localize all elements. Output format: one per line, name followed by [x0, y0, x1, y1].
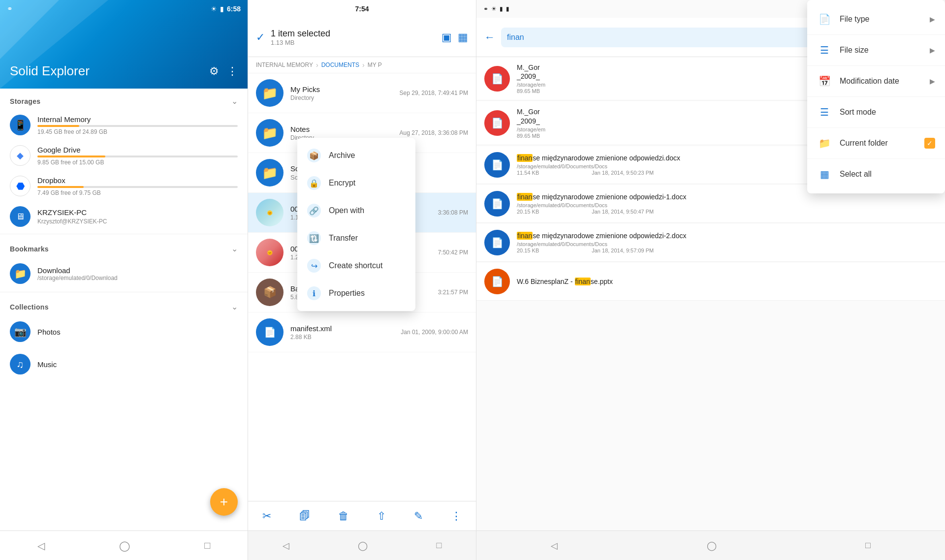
back-nav-btn-3[interactable]: ◁ — [546, 535, 563, 556]
dropbox-info: Dropbox 7.49 GB free of 9.75 GB — [37, 176, 238, 196]
storage-item-dropbox[interactable]: ⬣ Dropbox 7.49 GB free of 9.75 GB — [0, 171, 248, 201]
signal-icon-3: ▮ — [500, 5, 503, 12]
back-nav-btn[interactable]: ◁ — [32, 535, 50, 557]
ctx-encrypt-label: Encrypt — [329, 179, 355, 187]
result-pptx[interactable]: 📄 W.6 BiznesplanZ - finanse.pptx — [476, 263, 945, 301]
pptx-name: W.6 BiznesplanZ - finanse.pptx — [517, 277, 937, 286]
img-0002-icon: 🌞 — [256, 239, 284, 266]
mypicks-date: Sep 29, 2018, 7:49:41 PM — [400, 90, 468, 96]
toolbar-icons: ▣ ▦ — [441, 31, 468, 44]
sort-filter-dropdown: 📄 File type ▶ ☰ File size ▶ 📅 Modificati… — [807, 0, 945, 193]
lock-icon: 🔒 — [307, 176, 321, 190]
status-time-panel1: 6:58 — [227, 5, 241, 13]
bluetooth-icon-3: ⚭ — [483, 5, 488, 12]
pc-icon: 🖥 — [10, 206, 31, 227]
ctx-properties[interactable]: ℹ Properties — [297, 280, 415, 307]
edit-icon[interactable]: ✎ — [414, 510, 423, 523]
mypicks-type: Directory — [290, 94, 400, 101]
manifest-name: manifest.xml — [290, 324, 401, 333]
doc-2-info: finanse międzynarodowe zmienione odpowie… — [517, 192, 937, 215]
select-icon[interactable]: ▦ — [458, 31, 468, 44]
ctx-encrypt[interactable]: 🔒 Encrypt — [297, 169, 415, 197]
result-doc-3[interactable]: 📄 finanse międzynarodowe zmienione odpow… — [476, 224, 945, 262]
recents-nav-btn-2[interactable]: □ — [431, 535, 446, 556]
recents-nav-btn[interactable]: □ — [199, 535, 215, 556]
bottom-nav-panel2: ◁ ◯ □ — [248, 530, 476, 560]
ctx-transfer[interactable]: 🔃 Transfer — [297, 224, 415, 252]
dd-select-all-label: Select all — [840, 170, 935, 179]
current-folder-checkbox[interactable]: ✓ — [924, 138, 935, 149]
dd-file-size-label: File size — [840, 46, 922, 55]
wifi-icon-3: ☀ — [491, 5, 497, 12]
copy-icon[interactable]: 🗐 — [299, 510, 310, 523]
bottom-nav-panel3: ◁ ◯ □ — [476, 530, 945, 560]
doc-3-path: /storage/emulated/0/Documents/Docs — [517, 241, 937, 247]
dropbox-name: Dropbox — [37, 176, 238, 185]
internal-storage-detail: 19.45 GB free of 24.89 GB — [37, 128, 238, 135]
storage-item-pc[interactable]: 🖥 KRZYSIEK-PC Krzysztof@KRZYSIEK-PC — [0, 201, 248, 232]
back-arrow-icon[interactable]: ← — [484, 31, 495, 44]
sidebar-panel: ⚭ ☀ ▮ 6:58 Solid Explorer ⚙ ⋮ Storages ⌄… — [0, 0, 248, 560]
chevron-up-icon-2: ⌄ — [231, 244, 238, 253]
doc-2-name: finanse międzynarodowe zmienione odpowie… — [517, 192, 937, 201]
selection-sub: 1.13 MB — [271, 39, 436, 46]
collections-section-header[interactable]: Collections ⌄ — [0, 294, 248, 315]
breadcrumb-documents[interactable]: DOCUMENTS — [321, 62, 359, 68]
dd-current-folder[interactable]: 📁 Current folder ✓ — [807, 128, 945, 159]
dd-sort-mode[interactable]: ☰ Sort mode — [807, 97, 945, 128]
fab-button[interactable]: + — [210, 488, 238, 516]
home-nav-btn[interactable]: ◯ — [114, 535, 135, 557]
file-size-icon: ☰ — [817, 43, 832, 58]
dropbox-detail: 7.49 GB free of 9.75 GB — [37, 189, 238, 196]
gdrive-icon: ◆ — [10, 145, 31, 166]
file-item-mypicks[interactable]: 📁 My Picks Directory Sep 29, 2018, 7:49:… — [248, 73, 476, 113]
collection-photos[interactable]: 📷 Photos — [0, 315, 248, 348]
recents-nav-btn-3[interactable]: □ — [860, 535, 876, 556]
dd-current-folder-label: Current folder — [840, 139, 916, 148]
archive-icon: 📦 — [307, 149, 321, 162]
internal-storage-bar — [37, 125, 79, 127]
gdrive-bar — [37, 156, 105, 157]
battery-icon-3: ▮ — [506, 5, 509, 12]
share-icon[interactable]: ⇧ — [377, 510, 386, 523]
ctx-archive[interactable]: 📦 Archive — [297, 142, 415, 169]
storages-section-header[interactable]: Storages ⌄ — [0, 89, 248, 110]
img-0001-icon: 🌞 — [256, 199, 284, 226]
delete-icon[interactable]: 🗑 — [338, 510, 349, 523]
photos-name: Photos — [37, 328, 61, 336]
back-nav-btn-2[interactable]: ◁ — [278, 535, 294, 556]
dd-mod-date[interactable]: 📅 Modification date ▶ — [807, 66, 945, 97]
selection-title: 1 item selected — [271, 29, 436, 39]
breadcrumb: INTERNAL MEMORY › DOCUMENTS › MY P — [248, 57, 476, 73]
grid-select-icon[interactable]: ▣ — [441, 31, 452, 44]
collection-music[interactable]: ♫ Music — [0, 348, 248, 380]
home-nav-btn-2[interactable]: ◯ — [353, 535, 373, 556]
bookmarks-section-header[interactable]: Bookmarks ⌄ — [0, 236, 248, 257]
file-item-manifest[interactable]: 📄 manifest.xml 2.88 KB Jan 01, 2009, 9:0… — [248, 312, 476, 352]
bookmark-download[interactable]: 📁 Download /storage/emulated/0/Download — [0, 257, 248, 290]
storage-item-gdrive[interactable]: ◆ Google Drive 9.85 GB free of 15.00 GB — [0, 140, 248, 171]
pdf-icon-1: 📄 — [484, 66, 510, 92]
breadcrumb-internal[interactable]: INTERNAL MEMORY — [256, 62, 313, 68]
dd-file-type[interactable]: 📄 File type ▶ — [807, 4, 945, 35]
divider-1 — [0, 234, 248, 234]
bookmarks-label: Bookmarks — [10, 245, 49, 253]
manifest-size: 2.88 KB — [290, 334, 401, 341]
doc-icon-2: 📄 — [484, 191, 510, 217]
dd-file-size[interactable]: ☰ File size ▶ — [807, 35, 945, 66]
ctx-create-shortcut[interactable]: ↪ Create shortcut — [297, 252, 415, 280]
cut-icon[interactable]: ✂ — [262, 510, 271, 523]
search-query: finan — [507, 33, 524, 42]
ctx-open-with[interactable]: 🔗 Open with — [297, 197, 415, 224]
storage-item-internal[interactable]: 📱 Internal Memory 19.45 GB free of 24.89… — [0, 110, 248, 140]
more-icon[interactable]: ⋮ — [451, 510, 462, 523]
breadcrumb-myp[interactable]: MY P — [368, 62, 382, 68]
dd-select-all[interactable]: ▦ Select all — [807, 159, 945, 189]
home-nav-btn-3[interactable]: ◯ — [702, 535, 722, 556]
doc-3-meta: 20.15 KB Jan 18, 2014, 9:57:09 PM — [517, 248, 937, 253]
dd-sort-mode-label: Sort mode — [840, 108, 935, 117]
storages-label: Storages — [10, 97, 40, 105]
current-folder-icon: 📁 — [817, 136, 832, 151]
sort-icon: ☰ — [817, 105, 832, 120]
photos-icon: 📷 — [10, 321, 31, 342]
